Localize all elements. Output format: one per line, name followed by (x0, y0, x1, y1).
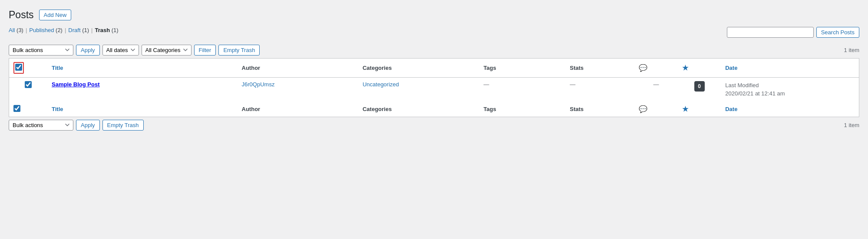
page-title: Posts (9, 9, 34, 22)
empty-trash-button-top[interactable]: Empty Trash (218, 45, 260, 56)
th-checkbox (9, 58, 48, 77)
empty-trash-button-bottom[interactable]: Empty Trash (102, 120, 144, 131)
filter-published[interactable]: Published (29, 27, 54, 33)
table-body: Sample Blog Post J6r0QpUmsz Uncategorize… (9, 77, 859, 101)
search-posts-button[interactable]: Search Posts (816, 27, 859, 38)
tfoot-th-title: Title (47, 101, 238, 117)
row-categories-cell: Uncategorized (358, 77, 479, 101)
star-icon: ★ (682, 64, 688, 72)
row-comments-cell: — (634, 77, 677, 101)
bulk-actions-select-top[interactable]: Bulk actions Delete Permanently Restore (9, 45, 73, 56)
th-categories: Categories (358, 58, 479, 77)
th-likes: ★ (678, 58, 721, 77)
categories-select-top[interactable]: All Categories (142, 45, 191, 56)
table-row: Sample Blog Post J6r0QpUmsz Uncategorize… (9, 77, 859, 101)
row-stats-cell: — (565, 77, 634, 101)
item-count-top: 1 item (844, 47, 859, 53)
tfoot-th-likes: ★ (678, 101, 721, 117)
item-count-bottom: 1 item (844, 122, 859, 128)
apply-button-bottom[interactable]: Apply (76, 120, 100, 131)
table-head: Title Author Categories Tags Stats 💬 ★ D… (9, 58, 859, 77)
row-likes-cell: 0 (678, 77, 721, 101)
row-comments-value: — (653, 81, 659, 88)
th-comments: 💬 (634, 58, 677, 77)
row-date-cell: Last Modified 2020/02/21 at 12:41 am (721, 77, 859, 101)
th-stats: Stats (565, 58, 634, 77)
row-tags-cell: — (479, 77, 565, 101)
filter-links: All (3) | Published (2) | Draft (1) | Tr… (9, 27, 119, 33)
row-date-value: 2020/02/21 at 12:41 am (725, 90, 785, 97)
tfoot-th-date: Date (721, 101, 859, 117)
row-category-link[interactable]: Uncategorized (363, 81, 399, 88)
filter-draft-count: (1) (81, 27, 89, 33)
comments-icon: 💬 (639, 64, 647, 72)
th-date-link[interactable]: Date (725, 65, 737, 71)
row-checkbox[interactable] (25, 81, 32, 88)
bulk-actions-select-bottom[interactable]: Bulk actions Delete Permanently Restore (9, 120, 73, 131)
row-stats-value: — (570, 81, 575, 88)
row-author-cell: J6r0QpUmsz (238, 77, 358, 101)
tfoot-th-comments: 💬 (634, 101, 677, 117)
tfoot-title-link[interactable]: Title (52, 106, 63, 112)
row-title-link[interactable]: Sample Blog Post (52, 81, 100, 88)
apply-button-top[interactable]: Apply (76, 45, 100, 56)
select-all-checkbox-top[interactable] (15, 64, 22, 71)
page-header: Posts Add New (9, 9, 859, 22)
tfoot-th-tags: Tags (479, 101, 565, 117)
filter-button[interactable]: Filter (194, 45, 216, 56)
filter-trash: Trash (95, 27, 110, 33)
filter-published-count: (2) (54, 27, 63, 33)
row-author-link[interactable]: J6r0QpUmsz (242, 81, 275, 88)
bottom-tablenav: Bulk actions Delete Permanently Restore … (9, 120, 859, 131)
tfoot-star-icon: ★ (682, 105, 688, 113)
th-title: Title (47, 58, 238, 77)
th-date: Date (721, 58, 859, 77)
search-input[interactable] (727, 27, 814, 38)
filter-draft[interactable]: Draft (68, 27, 80, 33)
top-tablenav: Bulk actions Delete Permanently Restore … (9, 45, 859, 56)
th-tags: Tags (479, 58, 565, 77)
filter-trash-count: (1) (110, 27, 119, 33)
row-title-cell: Sample Blog Post (47, 77, 238, 101)
filter-all-count: (3) (15, 27, 23, 33)
row-date-info: Last Modified 2020/02/21 at 12:41 am (725, 81, 855, 98)
add-new-button[interactable]: Add New (39, 10, 72, 20)
tfoot-date-link[interactable]: Date (725, 106, 737, 112)
posts-table: Title Author Categories Tags Stats 💬 ★ D… (9, 58, 859, 117)
tfoot-comments-icon: 💬 (639, 105, 647, 113)
th-title-link[interactable]: Title (52, 65, 63, 71)
row-tags-value: — (483, 81, 489, 88)
filter-all[interactable]: All (9, 27, 15, 33)
top-bar: All (3) | Published (2) | Draft (1) | Tr… (9, 27, 859, 42)
dates-select-top[interactable]: All dates (102, 45, 139, 56)
tfoot-th-stats: Stats (565, 101, 634, 117)
tfoot-th-checkbox (9, 101, 48, 117)
row-date-label: Last Modified (725, 82, 759, 88)
select-all-checkbox-bottom[interactable] (13, 105, 20, 112)
row-likes-value: 0 (694, 81, 705, 92)
search-box: Search Posts (727, 27, 859, 38)
tfoot-th-categories: Categories (358, 101, 479, 117)
row-checkbox-cell (9, 77, 48, 101)
th-author: Author (238, 58, 358, 77)
tfoot-th-author: Author (238, 101, 358, 117)
table-foot: Title Author Categories Tags Stats 💬 ★ D… (9, 101, 859, 117)
